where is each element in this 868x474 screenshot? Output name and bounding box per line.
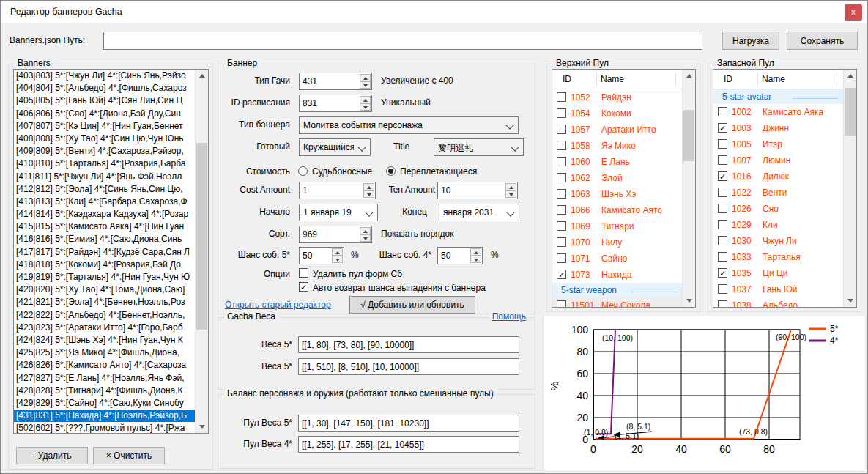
delete-banner-button[interactable]: - Удалить [16,447,88,464]
row-checkbox[interactable] [718,188,727,197]
spin-down-icon[interactable] [332,256,343,263]
banner-list-item[interactable]: [405|805] 5*:[Гань Юй] 4*:[Сян Лин,Син Ц [14,95,196,107]
banner-list-item[interactable]: [425|825] 5*:[Яэ Мико] 4*:[Фишль,Диона, [14,347,196,359]
cost-amount-spinner[interactable]: 1 [299,182,376,199]
upper-pool-list[interactable]: ID Name 1052Райдэн1054Кокоми1057Аратаки … [552,69,696,308]
banner-list-item[interactable]: [502|602] 5*:[???,Громовой пульс] 4*:[Рж… [14,422,196,434]
banner-list-item[interactable]: [411|811] 5*:[Чжун Ли] 4*:[Янь Фэй,Ноэлл [14,171,196,183]
spin-down-icon[interactable] [505,190,516,198]
reserve-pool-list[interactable]: ID Name 5-star avatar1002Камисато Аяка✓1… [713,69,857,308]
banner-list[interactable]: [403|803] 5*:[Чжун Ли] 4*:[Синь Янь,Рэйз… [13,69,209,434]
row-checkbox[interactable] [557,125,566,134]
pool-row[interactable]: 1030Чжун Ли [713,233,844,249]
banner-list-item[interactable]: [428|828] 5*:[Тигнари] 4*:[Фишль,Диона,К [14,385,196,397]
banner-list-item[interactable]: [423|823] 5*:[Аратаки Итто] 4*:[Горо,Бар… [14,322,196,334]
scroll-down-icon[interactable] [683,295,695,307]
scroll-up-icon[interactable] [683,70,695,82]
reserve-pool-scrollbar[interactable] [843,70,856,307]
help-link[interactable]: Помощь [489,311,529,322]
clear-banners-button[interactable]: × Очистить [93,447,165,464]
scroll-up-icon[interactable] [196,70,208,82]
pool-row[interactable]: 1038Альбедо [713,297,844,308]
row-checkbox[interactable] [718,107,727,116]
row-checkbox[interactable] [718,284,727,294]
pool-weights5-input[interactable] [298,415,519,432]
banner-list-item[interactable]: [410|810] 5*:[Тарталья] 4*:[Розария,Барб… [14,158,196,170]
row-checkbox[interactable] [557,189,566,199]
sort-spinner[interactable]: 969 [299,226,372,243]
chance5-spinner[interactable]: 50 [299,247,344,264]
pool-row[interactable]: 1057Аратаки Итто [552,122,683,138]
upper-pool-scrollbar[interactable] [682,70,695,307]
row-checkbox[interactable] [557,205,566,215]
banner-list-item[interactable]: [419|819] 5*:[Тарталья] 4*:[Нин Гуан,Чун… [14,271,196,284]
start-date-picker[interactable]: 1 января 19 [299,204,378,221]
banner-list-item[interactable]: [413|813] 5*:[Кли] 4*:[Барбара,Сахароза,… [14,196,196,208]
prefab-select[interactable]: Кружащийся л [299,138,371,156]
spin-up-icon[interactable] [360,96,371,103]
row-checkbox[interactable] [557,173,566,182]
pool-row[interactable]: 1026Сяо [713,201,844,217]
scroll-down-icon[interactable] [844,295,856,307]
cost-radio-intertwined-label[interactable]: Переплетающиеся [400,166,477,177]
row-checkbox[interactable] [557,141,566,150]
pool-row[interactable]: 1071Сайно [552,251,683,267]
pool-row[interactable]: 1054Кокоми [552,105,683,122]
remove-pool-checkbox[interactable] [299,268,308,278]
spin-up-icon[interactable] [360,74,371,81]
pool-row[interactable]: 1066Камисато Аято [552,202,683,218]
banner-list-item[interactable]: [414|814] 5*:[Каэдэхара Кадзуха] 4*:[Роз… [14,208,196,221]
banner-type-select[interactable]: Молитва события персонажа [299,116,519,134]
row-checkbox[interactable]: ✓ [718,171,727,181]
weights5-input[interactable] [298,336,519,353]
pool-row[interactable]: ✓1003Джинн [713,120,844,136]
row-checkbox[interactable] [557,237,566,247]
pool-row[interactable]: 1033Тарталья [713,249,844,265]
path-input[interactable] [103,32,702,50]
banner-list-item[interactable]: [418|818] 5*:[Кокоми] 4*:[Розария,Бэй До [14,259,196,271]
cost-radio-intertwined[interactable] [386,166,396,176]
spin-up-icon[interactable] [360,227,371,234]
spin-down-icon[interactable] [360,103,371,111]
banner-list-item[interactable]: [421|821] 5*:[Эола] 4*:[Беннет,Ноэлль,Ро… [14,296,196,308]
banner-list-item[interactable]: [403|803] 5*:[Чжун Ли] 4*:[Синь Янь,Рэйз… [14,70,196,82]
row-checkbox[interactable] [718,155,727,165]
banner-list-item[interactable]: [409|809] 5*:[Венти] 4*:[Сахароза,Рэйзор… [14,145,196,158]
row-checkbox[interactable] [557,108,566,118]
row-checkbox[interactable] [718,252,727,262]
spin-up-icon[interactable] [505,183,516,190]
row-checkbox[interactable] [557,157,566,166]
pool-row[interactable]: 1063Шэнь Хэ [552,186,683,202]
banner-list-item[interactable]: [416|816] 5*:[Ёимия] 4*:[Саю,Диона,Синь [14,233,196,245]
spin-down-icon[interactable] [360,234,371,242]
spin-down-icon[interactable] [470,256,481,263]
auto-return-checkbox-label[interactable]: Авто возврат шанса выпадения с баннера [313,283,486,293]
scrollbar-thumb[interactable] [683,110,694,161]
pool-row[interactable]: 1005Итэр [713,136,844,152]
pool-row[interactable]: 1029Кли [713,217,844,233]
scroll-down-icon[interactable] [196,421,208,433]
pool-row[interactable]: 1022Венти [713,185,844,201]
old-editor-link[interactable]: Открыть старый редактор [225,300,331,310]
banner-list-item[interactable]: [417|817] 5*:[Райдэн] 4*:[Кудзё Сара,Сян… [14,246,196,259]
banner-list-item[interactable]: [427|827] 5*:[Е Лань] 4*:[Ноэлль,Янь Фэй… [14,372,196,385]
close-button[interactable]: x [845,4,862,21]
pool-row[interactable]: 11501Меч Сокола [552,297,683,308]
auto-return-checkbox[interactable]: ✓ [299,282,308,292]
pool-row[interactable]: 1058Яэ Мико [552,138,683,154]
title-select[interactable]: 黎明巡礼 [434,138,524,156]
banner-list-item[interactable]: [407|807] 5*:[Кэ Цин] 4*:[Нин Гуан,Бенне… [14,120,196,133]
row-checkbox[interactable] [557,92,566,102]
id-column-header[interactable]: ID [563,70,571,89]
row-checkbox[interactable] [718,300,727,308]
pool-weights4-input[interactable] [298,436,519,453]
save-button[interactable]: Сохранять [787,32,858,50]
row-checkbox[interactable] [718,220,727,229]
name-column-header[interactable]: Name [601,70,624,89]
ten-amount-spinner[interactable]: 10 [437,182,518,199]
pool-row[interactable]: 1070Нилу [552,234,683,251]
row-checkbox[interactable] [557,221,566,231]
banner-list-item[interactable]: [415|815] 5*:[Камисато Аяка] 4*:[Нин Гуа… [14,221,196,233]
schedule-id-spinner[interactable]: 831 [299,95,372,112]
row-checkbox[interactable] [718,139,727,149]
